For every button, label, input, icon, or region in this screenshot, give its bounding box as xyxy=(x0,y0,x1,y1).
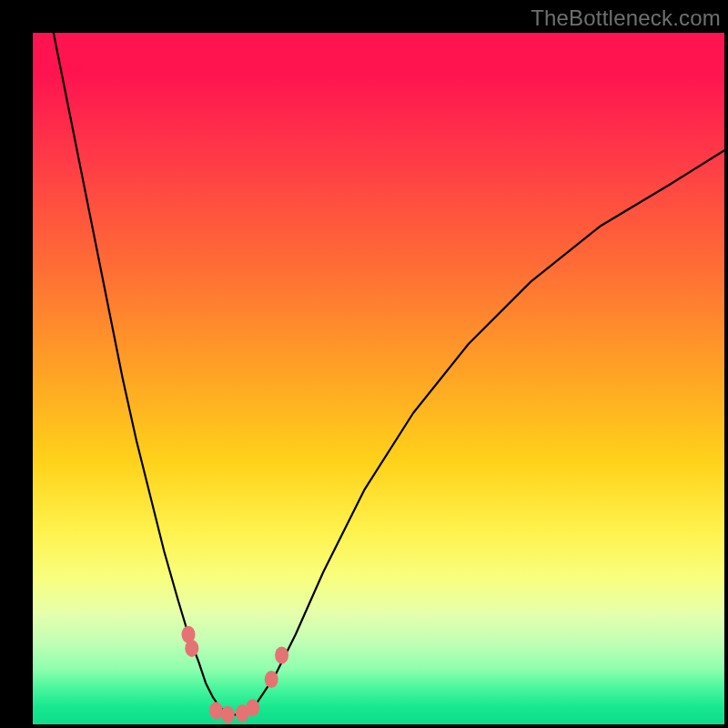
curve-marker xyxy=(246,699,259,716)
curve-marker xyxy=(221,706,235,723)
chart-frame: TheBottleneck.com xyxy=(0,0,728,728)
watermark-text: TheBottleneck.com xyxy=(531,5,721,31)
curve-marker xyxy=(209,702,223,719)
curve-marker xyxy=(275,647,288,664)
curve-marker xyxy=(265,671,278,688)
curve-marker xyxy=(185,640,198,657)
curve-svg xyxy=(33,33,724,724)
markers-group xyxy=(182,626,289,723)
bottleneck-curve xyxy=(54,33,724,714)
plot-area xyxy=(33,33,724,724)
